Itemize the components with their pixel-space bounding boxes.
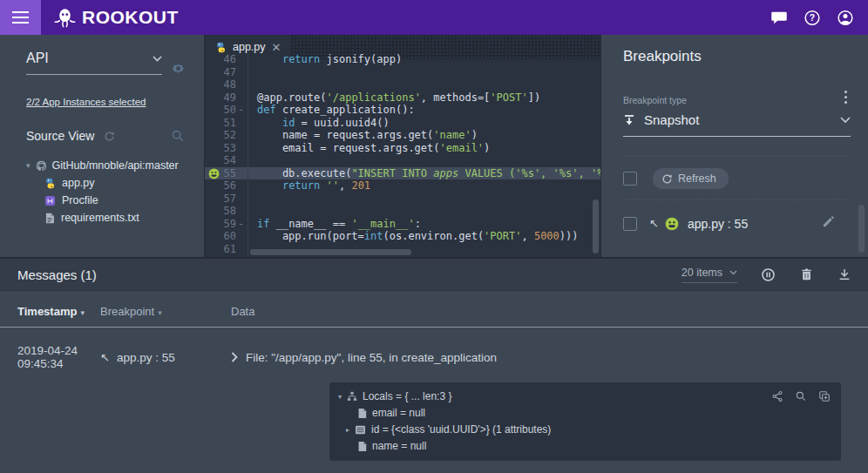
search-icon[interactable] bbox=[171, 129, 185, 143]
tab-label: app.py bbox=[233, 41, 266, 53]
text-file-icon bbox=[44, 213, 55, 224]
column-header-breakpoint[interactable]: Breakpoint▾ bbox=[100, 305, 231, 318]
code-text: id = uuid.uuid4() bbox=[248, 117, 390, 130]
code-text bbox=[248, 78, 257, 91]
gutter-line-57[interactable]: 57 bbox=[205, 193, 248, 206]
gutter-line-59[interactable]: 59- bbox=[205, 218, 248, 231]
tree-root-repo[interactable]: ▾ GitHub/mnoble/api:master bbox=[26, 159, 185, 172]
gear-icon[interactable] bbox=[172, 62, 185, 75]
app-select[interactable]: API bbox=[26, 51, 162, 75]
code-line-48[interactable]: 48 bbox=[205, 78, 600, 91]
code-line-58[interactable]: 58 bbox=[205, 205, 600, 218]
copy-plus-icon[interactable] bbox=[818, 390, 831, 402]
gutter-line-60[interactable]: 60 bbox=[205, 230, 248, 243]
gutter-line-54[interactable]: 54 bbox=[205, 154, 248, 167]
breakpoint-checkbox[interactable] bbox=[623, 217, 637, 231]
kebab-menu-icon[interactable] bbox=[841, 89, 851, 105]
locals-variable-row[interactable]: name = null bbox=[338, 440, 831, 452]
gutter-line-52[interactable]: 52 bbox=[205, 129, 248, 142]
tree-file-Procfile[interactable]: Procfile bbox=[44, 194, 185, 206]
tree-expand-caret-icon[interactable]: ▾ bbox=[338, 393, 342, 401]
gutter-line-49[interactable]: 49 bbox=[205, 91, 248, 105]
edit-pencil-icon[interactable] bbox=[822, 215, 835, 232]
code-line-49[interactable]: 49@app.route('/applications', methods=['… bbox=[205, 91, 600, 105]
code-line-54[interactable]: 54 bbox=[205, 154, 600, 167]
code-line-57[interactable]: 57 bbox=[205, 193, 600, 206]
refresh-button[interactable]: Refresh bbox=[653, 168, 729, 189]
code-line-53[interactable]: 53 email = request.args.get('email') bbox=[205, 142, 600, 155]
tree-file-requirements.txt[interactable]: requirements.txt bbox=[44, 212, 185, 224]
arrow-up-left-icon: ↖ bbox=[649, 217, 659, 230]
app-instances-link[interactable]: 2/2 App Instances selected bbox=[26, 97, 146, 107]
fold-marker[interactable]: - bbox=[238, 104, 244, 117]
refresh-icon[interactable] bbox=[104, 131, 115, 142]
code-line-50[interactable]: 50-def create_application(): bbox=[205, 104, 600, 117]
python-icon bbox=[44, 178, 56, 189]
locals-root-row[interactable]: ▾ Locals = { ... len:3 } bbox=[338, 390, 831, 402]
chat-icon[interactable] bbox=[770, 9, 788, 26]
horizontal-scrollbar[interactable] bbox=[250, 249, 411, 255]
code-line-47[interactable]: 47 bbox=[205, 66, 600, 79]
gutter-line-58[interactable]: 58 bbox=[205, 205, 248, 218]
select-all-checkbox[interactable] bbox=[623, 172, 637, 186]
download-icon[interactable] bbox=[837, 267, 852, 282]
code-line-60[interactable]: 60 app.run(port=int(os.environ.get('PORT… bbox=[205, 230, 600, 243]
code-text: @app.route('/applications', methods=['PO… bbox=[248, 91, 540, 105]
tree-file-app.py[interactable]: app.py bbox=[44, 177, 185, 189]
locals-variable-row[interactable]: email = null bbox=[338, 407, 831, 419]
page-size-value: 20 items bbox=[682, 267, 722, 279]
gutter-line-48[interactable]: 48 bbox=[205, 78, 248, 91]
tree-expand-caret-icon[interactable]: ▸ bbox=[346, 426, 349, 434]
code-line-59[interactable]: 59-if __name__ == '__main__': bbox=[205, 218, 600, 231]
code-line-46[interactable]: 46 return jsonify(app) bbox=[205, 53, 600, 66]
rookout-app: ROOKOUT ? API bbox=[0, 0, 868, 473]
help-icon[interactable]: ? bbox=[804, 9, 821, 26]
gutter-line-61[interactable]: 61 bbox=[205, 243, 248, 256]
hierarchy-icon bbox=[347, 391, 357, 402]
breakpoint-type-select[interactable]: Snapshot bbox=[623, 112, 851, 137]
code-line-55[interactable]: 55 db.execute("INSERT INTO apps VALUES (… bbox=[205, 167, 600, 180]
column-header-timestamp[interactable]: Timestamp▾ bbox=[0, 305, 100, 318]
code-text: if __name__ == '__main__': bbox=[248, 218, 421, 231]
gutter-line-51[interactable]: 51 bbox=[205, 117, 248, 130]
code-line-51[interactable]: 51 id = uuid.uuid4() bbox=[205, 117, 600, 130]
vertical-scrollbar[interactable] bbox=[593, 199, 599, 253]
source-view-label: Source View bbox=[26, 129, 94, 143]
gutter-line-46[interactable]: 46 bbox=[205, 53, 248, 66]
locals-children: email = null▸id = {<class 'uuid.UUID'>} … bbox=[338, 407, 831, 452]
gutter-line-55[interactable]: 55 bbox=[205, 167, 248, 180]
search-icon[interactable] bbox=[795, 390, 807, 402]
user-account-icon[interactable] bbox=[837, 9, 854, 26]
code-line-52[interactable]: 52 name = request.args.get('name') bbox=[205, 129, 600, 142]
breakpoint-type-label: Breakpoint type bbox=[623, 95, 687, 105]
tab-close-icon[interactable]: ✕ bbox=[272, 41, 281, 54]
code-text: app.run(port=int(os.environ.get('PORT', … bbox=[248, 230, 579, 243]
tree-collapse-caret-icon[interactable]: ▾ bbox=[26, 161, 31, 170]
message-data-cell[interactable]: File: "/app/app.py", line 55, in create_… bbox=[231, 351, 868, 364]
trash-icon[interactable] bbox=[798, 267, 814, 282]
code-editor: app.py ✕ 46 return jsonify(app)474849@ap… bbox=[205, 35, 601, 257]
gutter-line-50[interactable]: 50- bbox=[205, 104, 248, 117]
gutter-line-56[interactable]: 56 bbox=[205, 179, 248, 193]
code-text bbox=[248, 205, 257, 218]
left-sidebar: API 2/2 App Instances selected Source Vi… bbox=[0, 35, 205, 257]
code-text: db.execute("INSERT INTO apps VALUES ('%s… bbox=[248, 167, 600, 180]
code-line-56[interactable]: 56 return '', 201 bbox=[205, 179, 600, 193]
messages-header: Messages (1) 20 items bbox=[0, 259, 868, 291]
page-size-select[interactable]: 20 items bbox=[682, 267, 737, 283]
panel-scrollbar[interactable] bbox=[858, 205, 865, 253]
gutter-line-53[interactable]: 53 bbox=[205, 142, 248, 155]
locals-actions bbox=[771, 390, 831, 402]
gutter-line-47[interactable]: 47 bbox=[205, 66, 248, 79]
locals-variable-row[interactable]: ▸id = {<class 'uuid.UUID'>} (1 attribute… bbox=[338, 423, 831, 436]
pause-icon[interactable] bbox=[760, 267, 776, 282]
breakpoint-list-item[interactable]: ↖ app.py : 55 bbox=[623, 200, 851, 247]
messages-table-header: Timestamp▾ Breakpoint▾ Data bbox=[0, 291, 868, 328]
rookout-octopus-logo-icon bbox=[53, 6, 77, 30]
share-icon[interactable] bbox=[771, 390, 783, 402]
message-table-row[interactable]: 2019-04-24 09:45:34 ↖ app.py : 55 File: … bbox=[0, 328, 868, 375]
breakpoints-panel: Breakpoints Breakpoint type Snapshot bbox=[601, 35, 868, 257]
hamburger-menu-button[interactable] bbox=[0, 0, 41, 35]
fold-marker[interactable]: - bbox=[238, 218, 244, 231]
message-timestamp: 2019-04-24 09:45:34 bbox=[0, 344, 100, 370]
